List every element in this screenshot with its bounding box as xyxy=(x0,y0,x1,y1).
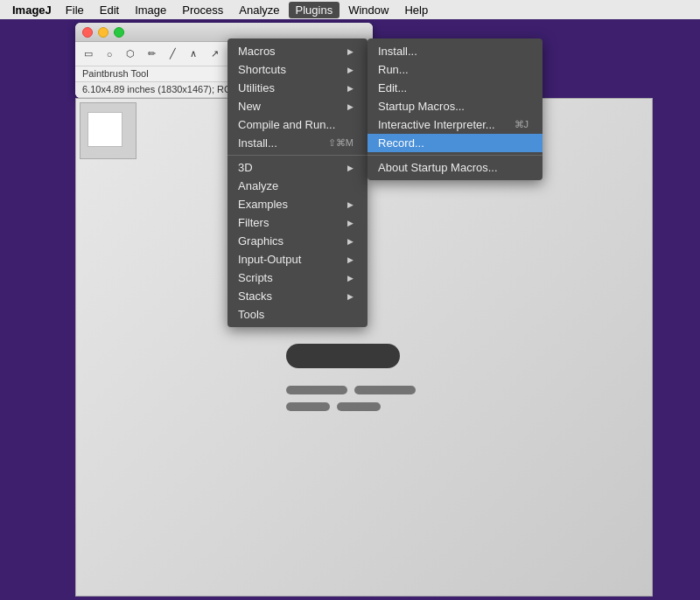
arrow-icon[interactable]: ↗ xyxy=(205,45,224,64)
menubar-file[interactable]: File xyxy=(59,2,91,18)
menu-item-macros[interactable]: Macros xyxy=(228,42,368,60)
menu-item-input-output[interactable]: Input-Output xyxy=(228,250,368,269)
menu-item-shortcuts[interactable]: Shortcuts xyxy=(228,60,368,79)
gel-band-small-4 xyxy=(337,402,381,411)
rect-select-icon[interactable]: ▭ xyxy=(79,45,98,64)
menu-item-filters[interactable]: Filters xyxy=(228,213,368,232)
menubar-plugins[interactable]: Plugins xyxy=(289,2,340,18)
gel-band-small-1 xyxy=(286,386,347,394)
maximize-button[interactable] xyxy=(114,27,124,38)
menubar-window[interactable]: Window xyxy=(341,2,396,18)
menubar-analyze[interactable]: Analyze xyxy=(232,2,286,18)
menu-item-stacks[interactable]: Stacks xyxy=(228,287,368,305)
line-icon[interactable]: ╱ xyxy=(163,45,182,64)
canvas-preview xyxy=(80,102,136,159)
menubar: ImageJ File Edit Image Process Analyze P… xyxy=(0,0,700,19)
menu-item-new[interactable]: New xyxy=(228,97,368,115)
oval-select-icon[interactable]: ○ xyxy=(100,45,119,64)
menubar-help[interactable]: Help xyxy=(397,2,435,18)
gel-bands xyxy=(286,344,416,415)
menu-item-examples[interactable]: Examples xyxy=(228,195,368,213)
macros-separator xyxy=(368,155,542,156)
close-button[interactable] xyxy=(82,27,93,38)
polygon-icon[interactable]: ⬡ xyxy=(121,45,140,64)
menu-item-tools[interactable]: Tools xyxy=(228,305,368,324)
freehand-icon[interactable]: ✏ xyxy=(142,45,161,64)
menu-item-interactive-interpreter[interactable]: Interactive Interpreter... ⌘J xyxy=(368,115,542,134)
minimize-button[interactable] xyxy=(98,27,108,38)
gel-band-small-2 xyxy=(354,386,416,394)
menu-item-3d[interactable]: 3D xyxy=(228,158,368,177)
menubar-process[interactable]: Process xyxy=(175,2,230,18)
menu-item-utilities[interactable]: Utilities xyxy=(228,79,368,97)
gel-band-small-3 xyxy=(286,402,330,411)
plugins-menu: Macros Shortcuts Utilities New Compile a… xyxy=(228,38,368,327)
menu-item-graphics[interactable]: Graphics xyxy=(228,232,368,250)
menu-separator-1 xyxy=(228,155,368,156)
canvas-white-box xyxy=(88,112,122,147)
menubar-edit[interactable]: Edit xyxy=(93,2,126,18)
dropdown-container: Macros Shortcuts Utilities New Compile a… xyxy=(228,38,368,327)
menubar-image[interactable]: Image xyxy=(128,2,173,18)
menu-item-record[interactable]: Record... xyxy=(368,134,542,152)
app-name[interactable]: ImageJ xyxy=(7,2,57,18)
menu-item-compile-run[interactable]: Compile and Run... xyxy=(228,115,368,134)
menu-item-macro-run[interactable]: Run... xyxy=(368,60,542,79)
menu-item-install[interactable]: Install... ⇧⌘M xyxy=(228,134,368,152)
macros-submenu: Install... Run... Edit... Startup Macros… xyxy=(368,38,542,180)
main-area: ▭ ○ ⬡ ✏ ╱ ∧ ↗ 🖌 ⬛ ✦ 💧 🔍 ☚ Paintbrush Too… xyxy=(0,19,700,600)
menu-item-startup-macros[interactable]: Startup Macros... xyxy=(368,97,542,115)
menu-item-analyze[interactable]: Analyze xyxy=(228,177,368,195)
polyline-icon[interactable]: ∧ xyxy=(184,45,203,64)
menu-item-about-startup[interactable]: About Startup Macros... xyxy=(368,158,542,177)
gel-band-main xyxy=(286,344,400,368)
menu-item-macro-edit[interactable]: Edit... xyxy=(368,79,542,97)
menu-item-scripts[interactable]: Scripts xyxy=(228,269,368,287)
menu-item-macro-install[interactable]: Install... xyxy=(368,42,542,60)
